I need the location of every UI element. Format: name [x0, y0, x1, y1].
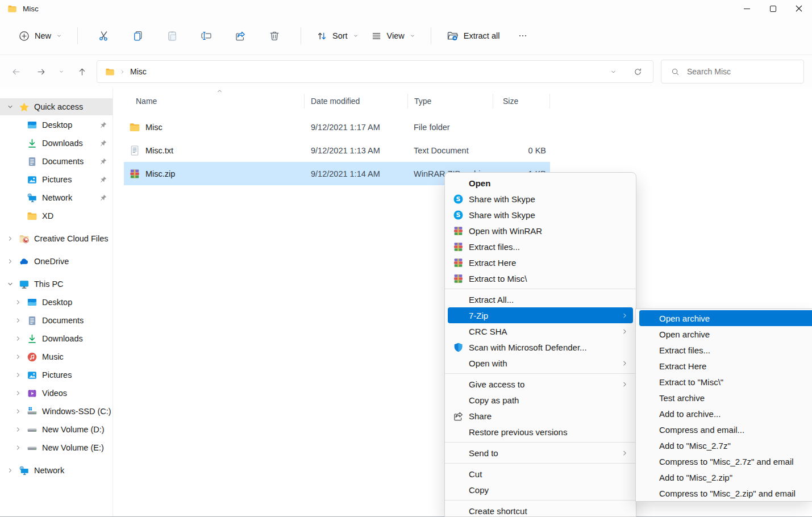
tree-chevron[interactable] [15, 426, 26, 433]
cut-button[interactable] [92, 25, 116, 47]
tree-chevron[interactable] [7, 235, 18, 242]
tree-chevron[interactable] [15, 353, 26, 360]
context-menu-item-cut[interactable]: Cut [448, 466, 633, 482]
tree-chevron[interactable] [15, 372, 26, 378]
file-row-misc[interactable]: Misc9/12/2021 1:17 AMFile folder [124, 115, 550, 139]
toolbar-separator [301, 27, 301, 44]
submenu-item-compress-to-misc-2-7z-and-email[interactable]: Compress to "Misc_2.7z" and email [639, 453, 812, 469]
context-menu-item-crc-sha[interactable]: CRC SHA [448, 323, 633, 339]
back-button[interactable] [3, 60, 28, 83]
share-button[interactable] [228, 25, 252, 47]
forward-button[interactable] [28, 60, 53, 83]
tree-chevron[interactable] [7, 281, 18, 287]
recent-locations-button[interactable] [53, 60, 69, 83]
sidebar-item-new-volume-e[interactable]: New Volume (E:) [0, 439, 113, 456]
tree-chevron[interactable] [15, 390, 26, 397]
sidebar-item-desktop[interactable]: Desktop [0, 294, 113, 311]
tree-chevron[interactable] [15, 299, 26, 306]
close-button[interactable] [786, 0, 812, 17]
svg-text:S: S [456, 195, 460, 203]
sidebar-item-downloads[interactable]: Downloads [0, 135, 113, 152]
menu-item-label: Extract to "Misc\" [659, 377, 723, 387]
sidebar-item-documents[interactable]: Documents [0, 312, 113, 329]
sidebar-item-pictures[interactable]: Pictures [0, 366, 113, 383]
minimize-button[interactable] [734, 0, 760, 17]
context-menu-item-open-with[interactable]: Open with [448, 355, 633, 371]
context-menu-item-send-to[interactable]: Send to [448, 445, 633, 461]
context-menu-item-extract-files[interactable]: Extract files... [448, 239, 633, 255]
view-button[interactable]: View [365, 26, 422, 47]
copy-button[interactable] [126, 25, 150, 47]
context-menu-item-open[interactable]: Open [448, 175, 633, 191]
sidebar-item-downloads[interactable]: Downloads [0, 330, 113, 347]
see-more-button[interactable] [511, 25, 535, 47]
submenu-item-add-to-archive[interactable]: Add to archive... [639, 406, 812, 422]
sidebar-item-network[interactable]: Network [0, 189, 113, 206]
blank-icon [452, 468, 464, 480]
tree-chevron[interactable] [7, 258, 18, 265]
delete-button[interactable] [263, 25, 286, 47]
sidebar-item-new-volume-d[interactable]: New Volume (D:) [0, 421, 113, 438]
context-menu-item-copy[interactable]: Copy [448, 482, 633, 498]
sidebar-item-network[interactable]: Network [0, 462, 113, 479]
submenu-item-open-archive[interactable]: Open archive [639, 310, 812, 326]
context-menu-item-share-with-skype[interactable]: SShare with Skype [448, 191, 633, 207]
sidebar-item-quick-access[interactable]: Quick access [0, 98, 113, 115]
context-menu: OpenSShare with SkypeSShare with SkypeOp… [444, 172, 636, 517]
tree-chevron[interactable] [15, 317, 26, 324]
context-menu-item-scan-with-microsoft-defender[interactable]: Scan with Microsoft Defender... [448, 339, 633, 355]
submenu-item-extract-files[interactable]: Extract files... [639, 342, 812, 358]
context-menu-item-share-with-skype[interactable]: SShare with Skype [448, 207, 633, 223]
context-menu-item-extract-all[interactable]: Extract All... [448, 291, 633, 307]
search-input[interactable] [686, 66, 799, 77]
context-menu-item-restore-previous-versions[interactable]: Restore previous versions [448, 424, 633, 440]
tree-chevron[interactable] [15, 335, 26, 342]
tree-chevron[interactable] [15, 408, 26, 415]
tree-chevron[interactable] [7, 467, 18, 474]
breadcrumb[interactable]: Misc [130, 67, 147, 76]
sidebar-item-xd[interactable]: XD [0, 207, 113, 224]
tree-chevron[interactable] [15, 444, 26, 451]
sidebar-item-windows-ssd-c[interactable]: Windows-SSD (C:) [0, 403, 113, 420]
sort-button[interactable]: Sort [310, 26, 365, 47]
sidebar-item-pictures[interactable]: Pictures [0, 171, 113, 188]
file-row-misc-txt[interactable]: Misc.txt9/12/2021 1:13 AMText Document0 … [124, 139, 550, 162]
submenu-item-compress-to-misc-2-zip-and-email[interactable]: Compress to "Misc_2.zip" and email [639, 485, 812, 501]
sidebar-item-music[interactable]: Music [0, 348, 113, 365]
chevron-right-icon [621, 381, 628, 388]
submenu-item-compress-and-email[interactable]: Compress and email... [639, 422, 812, 437]
sidebar-item-videos[interactable]: Videos [0, 385, 113, 402]
rename-button[interactable] [194, 25, 218, 47]
submenu-item-add-to-misc-2-7z[interactable]: Add to "Misc_2.7z" [639, 437, 812, 453]
maximize-button[interactable] [760, 0, 786, 17]
context-menu-item-extract-to-misc[interactable]: Extract to Misc\ [448, 270, 633, 286]
sidebar-item-onedrive[interactable]: OneDrive [0, 253, 113, 270]
context-menu-item-create-shortcut[interactable]: Create shortcut [448, 503, 633, 517]
context-menu-item-copy-as-path[interactable]: Copy as path [448, 392, 633, 408]
context-menu-item-7-zip[interactable]: 7-Zip [448, 307, 633, 323]
search-box[interactable] [661, 60, 804, 84]
up-button[interactable] [69, 60, 94, 83]
address-dropdown-button[interactable] [603, 62, 623, 81]
submenu-item-add-to-misc-2-zip[interactable]: Add to "Misc_2.zip" [639, 469, 812, 485]
context-menu-item-give-access-to[interactable]: Give access to [448, 376, 633, 392]
new-button[interactable]: New [13, 26, 68, 47]
paste-button[interactable] [160, 25, 184, 47]
sidebar-item-documents[interactable]: Documents [0, 153, 113, 170]
sidebar-item-label: New Volume (E:) [42, 443, 104, 452]
submenu-item-test-archive[interactable]: Test archive [639, 390, 812, 406]
submenu-item-extract-here[interactable]: Extract Here [639, 358, 812, 374]
sidebar-item-desktop[interactable]: Desktop [0, 116, 113, 134]
sidebar-item-label: XD [42, 211, 53, 220]
submenu-item-extract-to-misc[interactable]: Extract to "Misc\" [639, 374, 812, 390]
address-bar[interactable]: Misc [97, 60, 653, 83]
context-menu-item-extract-here[interactable]: Extract Here [448, 255, 633, 270]
extract-all-button[interactable]: Extract all [440, 25, 506, 47]
refresh-button[interactable] [628, 62, 647, 81]
sidebar-item-this-pc[interactable]: This PC [0, 276, 113, 293]
sidebar-item-creative-cloud-files[interactable]: Creative Cloud Files [0, 230, 113, 247]
context-menu-item-open-with-winrar[interactable]: Open with WinRAR [448, 223, 633, 239]
context-menu-item-share[interactable]: Share [448, 408, 633, 424]
tree-chevron[interactable] [7, 103, 18, 110]
submenu-item-open-archive[interactable]: Open archive [639, 326, 812, 342]
